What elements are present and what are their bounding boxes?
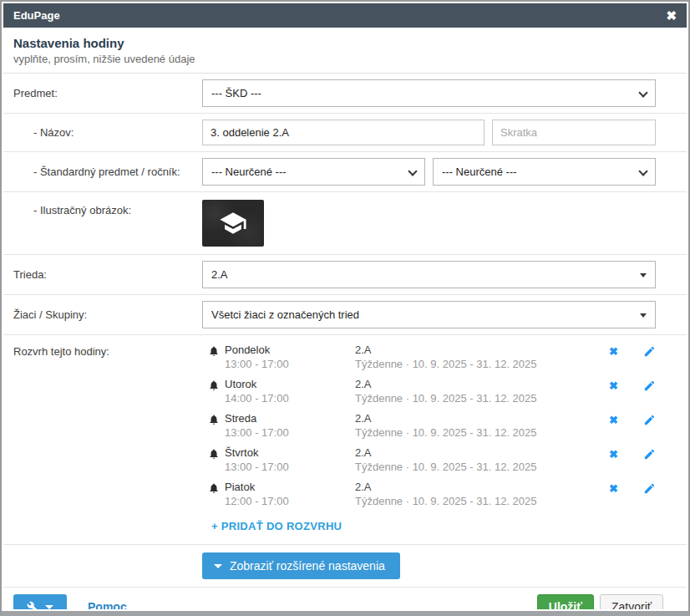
page-title: Nastavenia hodiny	[13, 36, 677, 50]
caret-down-icon	[214, 564, 222, 568]
edit-pencil-icon[interactable]	[643, 379, 656, 395]
row-schedule: Rozvrh tejto hodiny: Pondelok 13:00 - 17…	[3, 335, 687, 544]
schedule-day: Utorok	[225, 378, 355, 390]
schedule-time: 14:00 - 17:00	[225, 392, 355, 405]
dialog-titlebar: EduPage ✖	[3, 3, 687, 28]
students-select-value: Všetci žiaci z označených tried	[211, 308, 359, 321]
row-illustration: - Ilustračný obrázok:	[3, 192, 687, 255]
students-label: Žiaci / Skupiny:	[13, 308, 202, 321]
caret-down-icon	[45, 605, 53, 609]
schedule-recurrence: Týždenne · 10. 9. 2025 - 31. 12. 2025	[355, 358, 609, 370]
tools-button[interactable]	[13, 594, 67, 609]
schedule-day: Štvrtok	[225, 446, 355, 459]
dialog-title: EduPage	[13, 9, 60, 22]
close-icon[interactable]: ✖	[666, 9, 677, 22]
schedule-day: Streda	[225, 412, 355, 425]
form-header: Nastavenia hodiny vyplňte, prosím, nižši…	[3, 28, 687, 74]
schedule-row: Utorok 14:00 - 17:00 2.A Týždenne · 10. …	[202, 378, 656, 412]
help-link[interactable]: Pomoc	[88, 600, 127, 609]
students-select[interactable]: Všetci žiaci z označených tried	[202, 301, 656, 328]
schedule-row: Pondelok 13:00 - 17:00 2.A Týždenne · 10…	[202, 344, 656, 378]
schedule-day: Pondelok	[225, 344, 355, 356]
row-name: - Názov:	[3, 114, 687, 152]
delete-icon[interactable]: ✖	[609, 414, 618, 430]
edit-pencil-icon[interactable]	[643, 482, 656, 498]
schedule-label: Rozvrh tejto hodiny:	[13, 344, 202, 358]
row-standard-subject: - Štandardný predmet / ročník: --- Neurč…	[3, 152, 687, 192]
close-button[interactable]: Zatvoriť	[600, 594, 663, 609]
edupage-dialog: EduPage ✖ Nastavenia hodiny vyplňte, pro…	[0, 0, 690, 616]
subject-select-value: --- ŠKD ---	[211, 87, 261, 99]
bell-icon	[208, 345, 221, 360]
advanced-settings-band: Zobraziť rozšírené nastavenia	[3, 544, 687, 587]
standard-subject-label: - Štandardný predmet / ročník:	[13, 165, 202, 178]
class-select-value: 2.A	[211, 268, 228, 281]
delete-icon[interactable]: ✖	[609, 379, 618, 395]
edit-pencil-icon[interactable]	[643, 345, 656, 361]
add-to-schedule-link[interactable]: + PRIDAŤ DO ROZVRHU	[211, 520, 342, 532]
class-label: Trieda:	[13, 268, 202, 281]
schedule-time: 13:00 - 17:00	[225, 461, 355, 473]
triangle-down-icon	[640, 313, 647, 318]
class-select[interactable]: 2.A	[202, 261, 656, 288]
illustration-thumbnail[interactable]	[202, 200, 264, 247]
delete-icon[interactable]: ✖	[609, 448, 618, 464]
standard-grade-value: --- Neurčené ---	[442, 165, 517, 178]
subject-label: Predmet:	[13, 87, 202, 99]
illustration-label: - Ilustračný obrázok:	[13, 200, 202, 216]
standard-subject-select[interactable]: --- Neurčené ---	[202, 158, 425, 186]
chevron-down-icon	[638, 166, 647, 176]
graduation-cap-icon	[219, 209, 247, 237]
row-class: Trieda: 2.A	[3, 255, 687, 295]
triangle-down-icon	[640, 273, 647, 277]
standard-grade-select[interactable]: --- Neurčené ---	[433, 158, 656, 186]
schedule-class: 2.A	[355, 378, 609, 390]
save-button[interactable]: Uložiť	[537, 594, 594, 609]
delete-icon[interactable]: ✖	[609, 482, 618, 498]
schedule-day: Piatok	[225, 481, 355, 493]
bell-icon	[208, 414, 221, 429]
row-students: Žiaci / Skupiny: Všetci žiaci z označený…	[3, 295, 687, 335]
standard-subject-value: --- Neurčené ---	[211, 165, 287, 178]
schedule-class: 2.A	[355, 446, 609, 459]
show-advanced-label: Zobraziť rozšírené nastavenia	[230, 559, 385, 573]
subject-select[interactable]: --- ŠKD ---	[202, 79, 656, 107]
schedule-time: 12:00 - 17:00	[225, 495, 355, 507]
schedule-recurrence: Týždenne · 10. 9. 2025 - 31. 12. 2025	[355, 461, 609, 473]
schedule-row: Streda 13:00 - 17:00 2.A Týždenne · 10. …	[202, 412, 656, 446]
show-advanced-button[interactable]: Zobraziť rozšírené nastavenia	[202, 552, 400, 579]
name-input[interactable]	[202, 120, 485, 145]
schedule-recurrence: Týždenne · 10. 9. 2025 - 31. 12. 2025	[355, 495, 609, 507]
page-subtitle: vyplňte, prosím, nižšie uvedené údaje	[13, 53, 677, 65]
schedule-class: 2.A	[355, 412, 609, 425]
delete-icon[interactable]: ✖	[609, 345, 618, 361]
abbreviation-input[interactable]	[492, 120, 656, 145]
edit-pencil-icon[interactable]	[643, 448, 656, 464]
schedule-time: 13:00 - 17:00	[225, 426, 355, 439]
row-subject: Predmet: --- ŠKD ---	[3, 74, 687, 114]
bell-icon	[208, 379, 221, 395]
bell-icon	[208, 482, 221, 497]
edit-pencil-icon[interactable]	[643, 414, 656, 430]
schedule-row: Štvrtok 13:00 - 17:00 2.A Týždenne · 10.…	[202, 446, 656, 481]
name-label: - Názov:	[13, 126, 202, 139]
schedule-time: 13:00 - 17:00	[225, 358, 355, 370]
schedule-list: Pondelok 13:00 - 17:00 2.A Týždenne · 10…	[202, 344, 656, 541]
chevron-down-icon	[638, 88, 647, 97]
chevron-down-icon	[408, 166, 417, 176]
dialog-content: Nastavenia hodiny vyplňte, prosím, nižši…	[3, 28, 687, 609]
schedule-row: Piatok 12:00 - 17:00 2.A Týždenne · 10. …	[202, 481, 656, 515]
dialog-footer: Pomoc Uložiť Zatvoriť	[3, 587, 687, 609]
schedule-class: 2.A	[355, 481, 609, 493]
wrench-icon	[27, 601, 39, 609]
schedule-recurrence: Týždenne · 10. 9. 2025 - 31. 12. 2025	[355, 392, 609, 405]
schedule-class: 2.A	[355, 344, 609, 356]
bell-icon	[208, 448, 221, 463]
schedule-recurrence: Týždenne · 10. 9. 2025 - 31. 12. 2025	[355, 426, 609, 439]
